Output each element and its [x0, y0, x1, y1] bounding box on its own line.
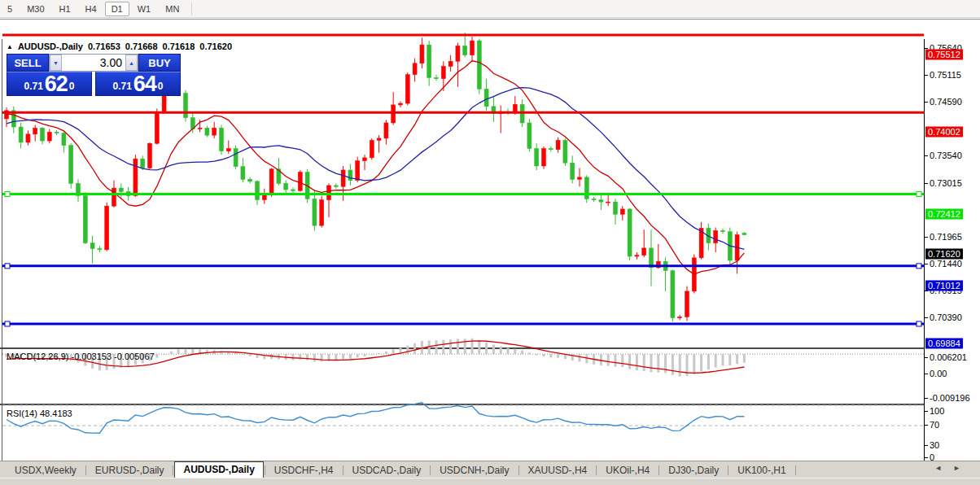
tab-scroll-arrows: ◄ ► — [934, 464, 960, 472]
volume-decrease-button[interactable]: ▼ — [50, 55, 62, 71]
sell-price-point: 0 — [69, 72, 75, 100]
level-price-label: 0.74002 — [925, 127, 963, 138]
price-axis: 0.756400.751150.745900.735400.730150.719… — [924, 39, 980, 463]
level-price-label: 0.71012 — [925, 280, 963, 291]
timeframe-button-h1[interactable]: H1 — [53, 2, 77, 16]
tab-separator — [518, 465, 519, 475]
price-tick-label: 0.71440 — [930, 259, 962, 269]
sell-price-pips: 62 — [45, 73, 68, 94]
buy-price-point: 0 — [158, 72, 164, 100]
axis-tick-mark — [925, 155, 928, 156]
chart-tab-eurusd-daily[interactable]: EURUSD-,Daily — [87, 463, 173, 478]
tab-separator — [343, 465, 343, 475]
status-bar — [0, 478, 980, 485]
axis-tick-mark — [925, 102, 928, 103]
axis-tick-mark — [925, 237, 928, 238]
axis-tick-mark — [925, 457, 928, 458]
volume-input[interactable]: 3.00 — [62, 55, 125, 71]
chart-tab-usdx-weekly[interactable]: USDX,Weekly — [7, 463, 85, 478]
macd-axis-label: 0.00 — [930, 369, 947, 378]
price-tick-label: 0.71965 — [930, 232, 962, 242]
price-tick-label: 0.73015 — [930, 178, 962, 188]
axis-tick-mark — [925, 317, 928, 318]
axis-tick-mark — [925, 398, 928, 399]
tab-separator — [795, 465, 796, 475]
rsi-axis-label: 70 — [930, 420, 939, 430]
volume-group: ▼ 3.00 ▲ — [49, 54, 138, 72]
ohlc-high: 0.71668 — [125, 42, 158, 51]
tab-separator — [728, 465, 728, 475]
chart-tab-usdchf-h4[interactable]: USDCHF-,H4 — [266, 463, 342, 478]
one-click-trade-panel: SELL ▼ 3.00 ▲ BUY 0.71 62 0 0.71 64 0 — [7, 54, 181, 96]
axis-tick-mark — [925, 425, 928, 426]
tab-separator — [658, 465, 659, 475]
price-tick-label: 0.75115 — [930, 70, 961, 80]
macd-indicator-label: MACD(12,26,9) -0.003153 -0.005067 — [7, 352, 155, 361]
sell-price-main: 0.71 — [24, 78, 42, 94]
price-tick-label: 0.70390 — [930, 312, 962, 322]
collapse-panel-icon[interactable]: ▲ — [7, 43, 13, 50]
price-tick-label: 0.73540 — [930, 151, 962, 160]
axis-tick-mark — [925, 75, 928, 76]
axis-tick-mark — [925, 264, 928, 264]
macd-axis-label: -0.009196 — [930, 393, 970, 403]
buy-price-main: 0.71 — [112, 78, 131, 94]
macd-axis-label: 0.006201 — [930, 352, 967, 362]
buy-button[interactable]: BUY — [138, 54, 181, 72]
chart-tab-usdcnh-daily[interactable]: USDCNH-,Daily — [431, 463, 517, 478]
tab-scroll-right-icon[interactable]: ► — [953, 464, 960, 472]
chart-tab-dj30-daily[interactable]: DJ30-,Daily — [660, 463, 727, 478]
ohlc-low: 0.71618 — [163, 42, 195, 51]
tab-separator — [430, 465, 431, 475]
level-price-label: 0.75512 — [925, 49, 963, 59]
chart-tab-ukoil-h4[interactable]: UKOil-,H4 — [597, 463, 658, 478]
rsi-value: 48.4183 — [40, 409, 72, 418]
toolbar-separator — [191, 2, 192, 15]
axis-tick-mark — [925, 411, 928, 412]
chart-window-border — [2, 39, 2, 463]
tab-separator — [85, 465, 86, 475]
timeframe-button-d1[interactable]: D1 — [105, 2, 129, 16]
chart-tab-audusd-daily[interactable]: AUDUSD-,Daily — [174, 461, 263, 478]
sell-button[interactable]: SELL — [7, 54, 49, 72]
buy-price-pips: 64 — [133, 73, 156, 94]
chart-tab-usdcad-daily[interactable]: USDCAD-,Daily — [344, 463, 430, 478]
volume-increase-button[interactable]: ▲ — [125, 55, 138, 71]
rsi-axis-label: 100 — [930, 406, 944, 416]
axis-tick-mark — [925, 374, 928, 374]
current-price-label: 0.71620 — [925, 249, 963, 260]
price-tick-label: 0.74590 — [930, 97, 962, 107]
tab-separator — [265, 465, 265, 475]
chart-window: ▲ AUDUSD-,Daily 0.71653 0.71668 0.71618 … — [0, 19, 980, 461]
level-price-label: 0.72412 — [925, 208, 963, 219]
macd-main-value: -0.003153 — [71, 352, 112, 361]
tab-scroll-left-icon[interactable]: ◄ — [934, 464, 942, 472]
timeframe-button-m30[interactable]: M30 — [20, 2, 50, 16]
axis-tick-mark — [925, 445, 928, 446]
chart-tab-bar: USDX,WeeklyEURUSD-,DailyAUDUSD-,DailyUSD… — [0, 461, 980, 478]
ohlc-open: 0.71653 — [88, 42, 120, 51]
buy-price-display[interactable]: 0.71 64 0 — [95, 72, 181, 96]
level-price-label: 0.69884 — [925, 339, 963, 349]
timeframe-button-w1[interactable]: W1 — [131, 2, 158, 16]
timeframe-button-h4[interactable]: H4 — [79, 2, 103, 16]
timeframe-toolbar: 5M30H1H4D1W1MN — [0, 0, 980, 18]
tab-separator — [173, 465, 173, 475]
rsi-axis-label: 30 — [930, 440, 939, 450]
chart-tab-uk100-h1[interactable]: UK100-,H1 — [729, 463, 794, 478]
sell-price-display[interactable]: 0.71 62 0 — [7, 72, 92, 96]
macd-title: MACD(12,26,9) — [7, 352, 68, 361]
rsi-pane-separator[interactable] — [0, 404, 924, 405]
axis-tick-mark — [925, 357, 928, 358]
timeframe-button-5[interactable]: 5 — [1, 2, 19, 16]
rsi-indicator-label: RSI(14) 48.4183 — [7, 409, 72, 418]
macd-pane-separator[interactable] — [0, 347, 924, 349]
axis-tick-mark — [925, 183, 928, 184]
ohlc-close: 0.71620 — [199, 42, 232, 51]
timeframe-button-mn[interactable]: MN — [159, 2, 186, 16]
tab-separator — [596, 465, 597, 475]
chart-tab-xauusd-h4[interactable]: XAUUSD-,H4 — [520, 463, 596, 478]
chart-symbol-label: AUDUSD-,Daily — [18, 42, 83, 51]
macd-signal-value: -0.005067 — [114, 352, 155, 361]
rsi-title: RSI(14) — [7, 409, 37, 418]
